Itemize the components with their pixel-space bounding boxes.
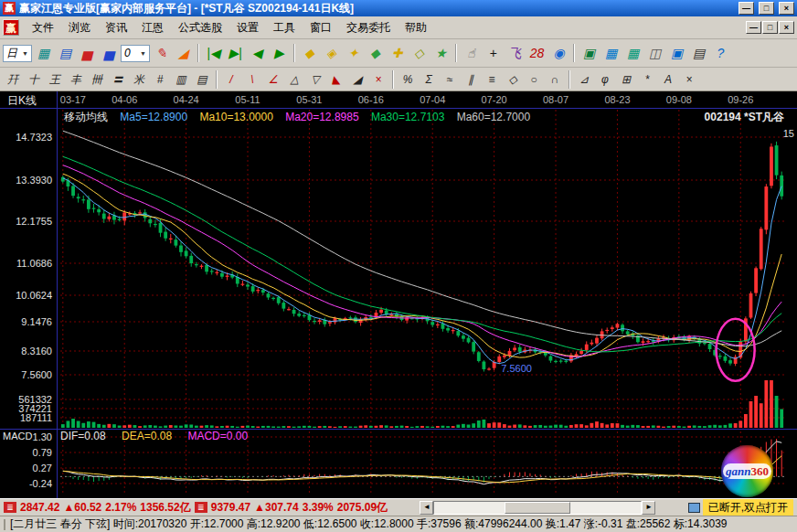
calendar-icon[interactable]: ▣ [579, 43, 600, 64]
double-line-icon[interactable]: 〓 [108, 70, 128, 88]
ladder-grid-icon[interactable]: 卌 [87, 70, 107, 88]
scrollbar-thumb[interactable] [505, 502, 570, 514]
globe-tool-icon[interactable]: ◉ [548, 43, 569, 64]
svg-text:7.5600: 7.5600 [501, 363, 532, 374]
day-28-icon[interactable]: 28 [526, 43, 547, 64]
menu-news[interactable]: 资讯 [98, 17, 134, 38]
scrollbar-track[interactable] [433, 501, 642, 515]
ma-legend: 移动均线 Ma5=12.8900 Ma10=13.0000 Ma20=12.89… [64, 110, 539, 125]
scroll-left-button[interactable]: ◄ [420, 501, 433, 515]
svg-text:0.27: 0.27 [33, 463, 52, 473]
mdi-restore-button[interactable]: □ [762, 21, 778, 34]
king-grid-icon[interactable]: 王 [45, 70, 65, 88]
minimize-button[interactable]: — [739, 2, 754, 15]
digit-zero-dropdown[interactable]: 0▼ [121, 45, 150, 62]
gann-fan-up-icon[interactable]: / [221, 70, 241, 88]
restore-button[interactable]: □ [759, 2, 774, 15]
gann-square-icon[interactable]: ◆ [299, 43, 320, 64]
text-note-icon[interactable]: A [658, 70, 678, 88]
rows-pattern-icon[interactable]: ▥ [171, 70, 191, 88]
crosshair-tool-icon[interactable]: + [483, 43, 504, 64]
svg-text:187111: 187111 [20, 412, 52, 423]
svg-text:05-31: 05-31 [296, 94, 322, 105]
circle-tool-icon[interactable]: ○ [524, 70, 544, 88]
next-bar-icon[interactable]: ▶ [269, 43, 290, 64]
wave-tool-icon[interactable]: ≈ [440, 70, 460, 88]
kline-chart[interactable]: 03-1704-0604-2405-1105-3106-1607-0407-20… [0, 91, 797, 498]
menu-trade-order[interactable]: 交易委托 [339, 17, 398, 38]
menu-settings[interactable]: 设置 [229, 17, 266, 38]
cross-line-icon[interactable]: 十 [24, 70, 44, 88]
mdi-minimize-button[interactable]: — [746, 21, 761, 34]
cross-tool-icon[interactable]: ✚ [387, 43, 408, 64]
erase-tool-icon[interactable]: × [679, 70, 699, 88]
x-cross-icon[interactable]: × [368, 70, 388, 88]
grid-cyan-icon[interactable]: ▦ [600, 43, 622, 64]
gann-wheel-icon[interactable]: ◈ [321, 43, 342, 64]
period-daily-dropdown[interactable]: 日▼ [3, 45, 32, 62]
svg-text:11.0686: 11.0686 [16, 258, 52, 269]
wedge-left-icon[interactable]: ◣ [326, 70, 346, 88]
sh-index-amount: 1356.52亿 [140, 500, 190, 516]
svg-text:1.30: 1.30 [33, 431, 52, 442]
triangle-down-icon[interactable]: ▽ [305, 70, 325, 88]
asterisk-tool-icon[interactable]: * [637, 70, 657, 88]
triangle-up-icon[interactable]: △ [284, 70, 304, 88]
menu-formula-stock-picking[interactable]: 公式选股 [171, 17, 229, 38]
percent-tool-icon[interactable]: % [398, 70, 418, 88]
rice-grid-icon[interactable]: 米 [129, 70, 149, 88]
grid-teal-icon[interactable]: ▦ [622, 43, 643, 64]
horizontal-scrollbar[interactable]: ◄ ► [420, 501, 655, 515]
hand-tool-icon[interactable]: ☝ [461, 43, 482, 64]
scroll-right-button[interactable]: ► [642, 501, 655, 515]
menu-file[interactable]: 文件 [25, 17, 61, 38]
phi-tool-icon[interactable]: φ [595, 70, 615, 88]
sigma-tool-icon[interactable]: Σ [419, 70, 439, 88]
star-tool-icon[interactable]: ✦ [343, 43, 364, 64]
pen-tool-icon[interactable]: ✎ [151, 43, 172, 64]
gann-fan-down-icon[interactable]: \ [242, 70, 262, 88]
open-grid-icon[interactable]: 幵 [3, 70, 23, 88]
menu-help[interactable]: 帮助 [398, 17, 434, 38]
star-green-icon[interactable]: ★ [430, 43, 452, 64]
fly-char-icon[interactable]: 飞 [505, 43, 526, 64]
bar-chart-blue-icon[interactable]: ▅ [99, 43, 120, 64]
equal-split-icon[interactable]: ≡ [482, 70, 502, 88]
ruler-triangle-icon[interactable]: ⊿ [574, 70, 594, 88]
main-toolbar: 日▼▦▤▅▅0▼✎◢|◀▶|◀▶◆◈✦◆✚◇★☝+飞28◉▣▦▦◫▣▤? [0, 39, 797, 68]
hash-grid-icon[interactable]: # [150, 70, 170, 88]
menu-browse[interactable]: 浏览 [61, 17, 98, 38]
first-bar-icon[interactable]: |◀ [203, 43, 224, 64]
wedge-right-icon[interactable]: ◢ [347, 70, 367, 88]
prev-bar-icon[interactable]: ◀ [247, 43, 268, 64]
columns-pattern-icon[interactable]: ▤ [192, 70, 212, 88]
diamond-olive-icon[interactable]: ◇ [409, 43, 430, 64]
matrix-board-icon[interactable]: ▦ [33, 43, 54, 64]
close-button[interactable]: × [779, 2, 794, 15]
help-icon[interactable]: ? [710, 43, 731, 64]
save-layout-icon[interactable]: ▣ [666, 43, 687, 64]
title-bar[interactable]: 赢 赢家江恩专业版[赢家内部服务平台] - [*ST凡谷 SZ002194-14… [0, 0, 797, 16]
arc-tool-icon[interactable]: ∩ [545, 70, 565, 88]
dual-panel-icon[interactable]: ◫ [644, 43, 665, 64]
last-bar-icon[interactable]: ▶| [225, 43, 246, 64]
color-area-chart-icon[interactable]: ◢ [173, 43, 194, 64]
svg-text:07-20: 07-20 [482, 94, 507, 105]
fence-grid-icon[interactable]: 丰 [66, 70, 86, 88]
diamond-outline-icon[interactable]: ◇ [503, 70, 523, 88]
parallel-lines-icon[interactable]: ∥ [461, 70, 481, 88]
mdi-close-button[interactable]: × [779, 21, 794, 34]
grid-square-icon[interactable]: ⊞ [616, 70, 636, 88]
menu-gann[interactable]: 江恩 [134, 17, 171, 38]
diamond-green-icon[interactable]: ◆ [365, 43, 386, 64]
quote-list-icon[interactable]: ▤ [55, 43, 76, 64]
menu-tools[interactable]: 工具 [266, 17, 303, 38]
angle-tool-icon[interactable]: ∠ [263, 70, 283, 88]
mdi-window-controls: — □ × [745, 21, 794, 34]
ma-legend-title: 移动均线 [64, 111, 108, 123]
printer-icon[interactable]: ▤ [688, 43, 709, 64]
connection-status[interactable]: 已断开,双点打开 [703, 499, 793, 516]
svg-text:03-17: 03-17 [60, 94, 86, 105]
menu-window[interactable]: 窗口 [303, 17, 339, 38]
bar-chart-red-icon[interactable]: ▅ [77, 43, 98, 64]
